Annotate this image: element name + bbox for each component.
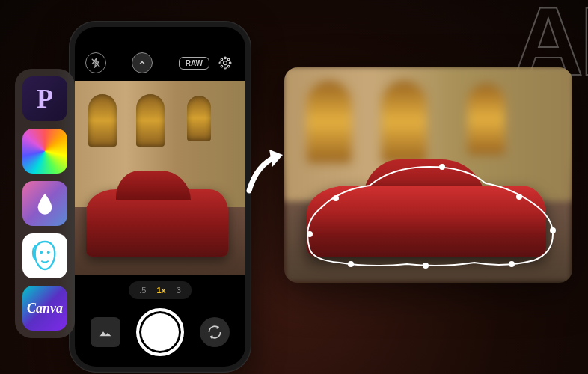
app-icon-colorwheel[interactable] [22,129,67,174]
shutter-button[interactable] [136,308,184,356]
svg-point-1 [47,251,50,254]
phone-notch [119,27,201,42]
result-window [382,81,426,163]
landscape-icon [99,327,112,337]
flash-toggle[interactable] [85,52,106,73]
app-icon-watermark[interactable] [22,181,67,226]
curved-arrow-icon [245,146,290,198]
zoom-option[interactable]: .5 [139,286,146,295]
app-icon-canva[interactable]: Canva [22,286,67,331]
camera-options-toggle[interactable] [132,52,153,73]
chevron-up-icon [138,58,147,67]
selection-handle[interactable] [307,231,313,237]
phone-mockup: RAW .5 1x 3 [69,21,251,373]
scene-window [187,96,211,141]
scene-window [88,94,117,147]
result-preview [284,67,572,283]
svg-point-10 [221,65,223,67]
selection-handle[interactable] [516,194,522,200]
selection-handle[interactable] [333,195,339,201]
zoom-selector[interactable]: .5 1x 3 [129,281,192,299]
svg-point-8 [221,58,223,61]
selection-outline[interactable] [295,152,557,272]
face-icon [31,238,59,274]
flash-off-icon [91,58,101,68]
scene-window [136,94,165,147]
filter-button[interactable] [215,53,235,73]
app-icon-pixlr[interactable]: P [22,76,67,121]
selection-handle[interactable] [423,263,429,269]
svg-point-6 [219,62,221,64]
svg-point-0 [40,251,43,254]
svg-point-3 [224,61,227,65]
svg-point-9 [227,58,230,61]
app-icon-facetune[interactable] [22,233,67,278]
camera-top-controls: RAW [75,49,245,76]
camera-bottom-controls [75,308,245,356]
gallery-button[interactable] [91,317,120,347]
zoom-option-active[interactable]: 1x [156,286,165,295]
camera-viewfinder[interactable] [75,81,245,275]
switch-camera-button[interactable] [200,317,230,347]
selection-handle[interactable] [348,261,354,267]
selection-path [295,152,557,272]
selection-handle[interactable] [439,164,445,170]
zoom-option[interactable]: 3 [177,286,181,295]
svg-point-5 [224,67,227,69]
svg-point-4 [224,57,227,59]
scene-car [86,189,228,257]
selection-handle[interactable] [550,227,556,233]
svg-point-11 [227,65,230,67]
selection-handle[interactable] [509,261,515,267]
switch-camera-icon [207,325,222,340]
result-window [468,84,505,155]
droplet-icon [33,191,57,215]
transform-arrow [245,146,290,201]
raw-toggle[interactable]: RAW [179,57,209,70]
sparkle-icon [218,55,233,70]
app-dock: P Canva [15,69,75,338]
svg-point-7 [229,62,231,64]
result-window [307,81,352,163]
phone-screen: RAW .5 1x 3 [75,27,245,367]
